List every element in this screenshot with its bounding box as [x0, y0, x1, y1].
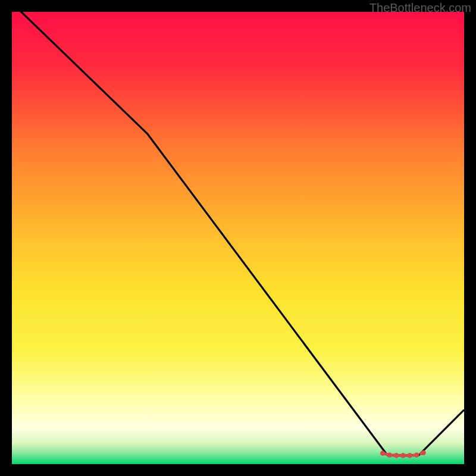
optimal-marker-dot — [400, 453, 405, 458]
svg-rect-0 — [12, 12, 464, 464]
optimal-marker-dot — [380, 451, 385, 456]
optimal-marker-dot — [387, 453, 392, 458]
chart-stage: TheBottleneck.com — [0, 0, 476, 476]
plot-area — [12, 12, 464, 464]
optimal-marker-line — [383, 453, 423, 456]
optimal-marker-dot — [408, 453, 412, 458]
optimal-marker-dot — [394, 453, 399, 458]
gradient-background — [12, 12, 464, 464]
optimal-marker-dot — [414, 453, 419, 458]
bottleneck-curve — [12, 12, 464, 464]
optimal-marker-dot — [421, 450, 425, 455]
